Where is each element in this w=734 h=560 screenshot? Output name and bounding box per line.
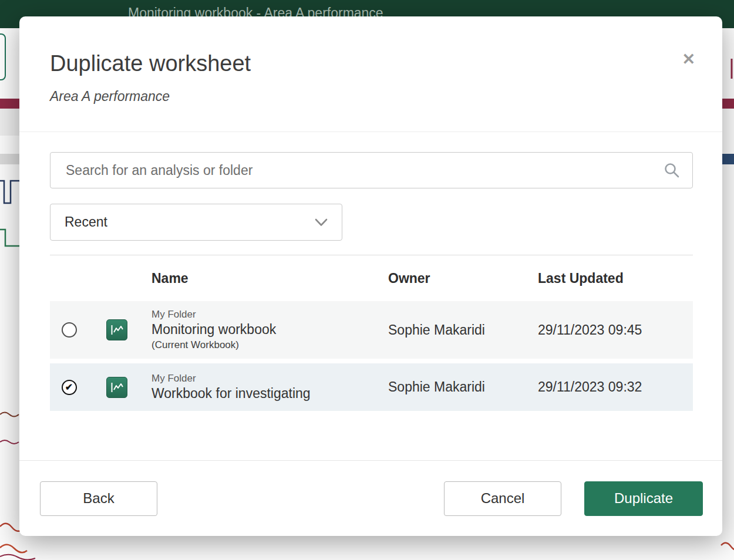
row-folder: My Folder xyxy=(151,308,388,321)
close-button[interactable]: ✕ xyxy=(682,52,695,68)
table-row[interactable]: ✔ My Folder Workbook for investigating xyxy=(50,363,693,411)
row-last-updated: 29/11/2023 09:32 xyxy=(538,379,693,395)
app-background: Monitoring workbook - Area A performance… xyxy=(0,0,734,560)
row-folder: My Folder xyxy=(151,372,388,385)
workbook-icon xyxy=(106,377,127,398)
check-icon: ✔ xyxy=(65,383,73,392)
column-header-owner: Owner xyxy=(388,271,538,286)
search-field xyxy=(50,152,693,188)
workbook-icon xyxy=(106,319,127,340)
row-owner: Sophie Makaridi xyxy=(388,379,538,395)
table-header-row: Name Owner Last Updated xyxy=(50,255,693,301)
dialog-body: Recent Name Owner Last Updated ✔ xyxy=(19,131,722,460)
column-header-last-updated: Last Updated xyxy=(538,271,693,286)
dialog-footer: Back Cancel Duplicate xyxy=(19,460,722,536)
bg-tab-edge xyxy=(0,33,6,80)
column-header-name: Name xyxy=(151,271,388,286)
dialog-title: Duplicate worksheet xyxy=(50,50,692,76)
cancel-button[interactable]: Cancel xyxy=(444,481,561,516)
row-radio[interactable]: ✔ xyxy=(62,380,77,395)
duplicate-worksheet-dialog: ✕ Duplicate worksheet Area A performance… xyxy=(19,16,722,536)
row-radio[interactable]: ✔ xyxy=(62,322,77,338)
search-input[interactable] xyxy=(50,152,693,188)
dialog-header: Duplicate worksheet Area A performance xyxy=(19,16,722,131)
table-row[interactable]: ✔ My Folder Monitoring workbook (Current… xyxy=(50,301,693,359)
dialog-subtitle: Area A performance xyxy=(50,88,692,104)
duplicate-button[interactable]: Duplicate xyxy=(584,481,703,516)
dropdown-selected-value: Recent xyxy=(65,214,107,230)
close-icon: ✕ xyxy=(682,50,695,68)
back-button[interactable]: Back xyxy=(40,481,157,516)
row-last-updated: 29/11/2023 09:45 xyxy=(538,322,693,338)
chevron-down-icon xyxy=(315,218,328,227)
footer-right-group: Cancel Duplicate xyxy=(444,481,703,516)
search-icon xyxy=(664,162,680,178)
sort-filter-dropdown[interactable]: Recent xyxy=(50,204,342,241)
row-workbook-name: Workbook for investigating xyxy=(151,385,388,403)
row-note: (Current Workbook) xyxy=(151,339,388,352)
row-workbook-name: Monitoring workbook xyxy=(151,321,388,339)
row-owner: Sophie Makaridi xyxy=(388,322,538,338)
